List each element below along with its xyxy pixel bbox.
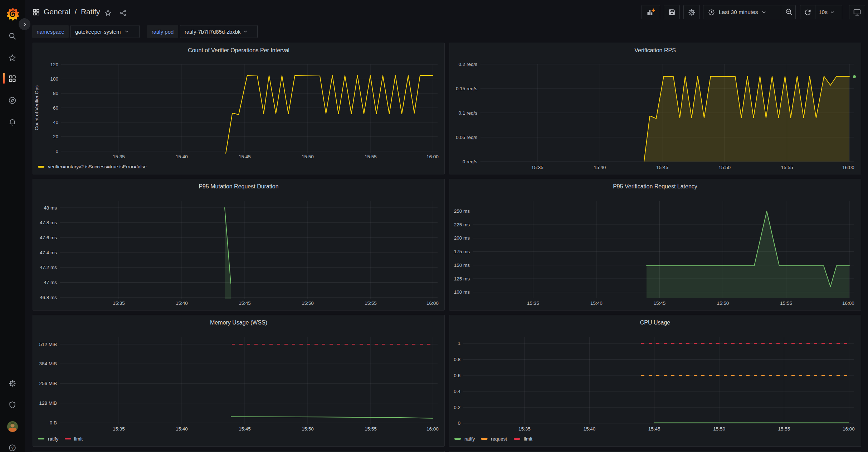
svg-text:16:00: 16:00: [426, 426, 439, 432]
svg-text:15:40: 15:40: [176, 154, 188, 159]
svg-text:15:50: 15:50: [302, 426, 314, 432]
svg-text:0: 0: [458, 420, 460, 426]
svg-text:15:50: 15:50: [718, 165, 731, 170]
svg-text:512 MiB: 512 MiB: [39, 342, 57, 347]
svg-text:15:55: 15:55: [778, 426, 790, 432]
svg-text:47.2 ms: 47.2 ms: [40, 265, 57, 270]
svg-text:15:55: 15:55: [780, 300, 792, 306]
svg-text:15:50: 15:50: [302, 154, 314, 159]
svg-text:200 ms: 200 ms: [454, 235, 470, 241]
svg-text:40: 40: [53, 120, 58, 125]
svg-text:limit: limit: [74, 436, 83, 442]
svg-text:125 ms: 125 ms: [454, 276, 470, 282]
svg-text:0.4: 0.4: [454, 389, 460, 394]
svg-text:15:50: 15:50: [717, 300, 729, 306]
svg-text:Count of Verifier Operations P: Count of Verifier Operations Per Interva…: [188, 47, 289, 53]
svg-text:47.8 ms: 47.8 ms: [40, 220, 57, 225]
svg-text:48 ms: 48 ms: [44, 205, 57, 211]
svg-text:150 ms: 150 ms: [454, 263, 470, 268]
svg-text:250 ms: 250 ms: [454, 208, 470, 214]
svg-text:256 MiB: 256 MiB: [39, 381, 57, 386]
svg-text:request: request: [491, 436, 507, 442]
svg-text:47 ms: 47 ms: [44, 280, 57, 285]
svg-text:175 ms: 175 ms: [454, 249, 470, 254]
svg-text:0 req/s: 0 req/s: [463, 159, 478, 164]
svg-text:15:35: 15:35: [527, 300, 539, 306]
svg-text:15:45: 15:45: [239, 426, 251, 432]
svg-text:0: 0: [55, 149, 58, 154]
svg-text:ratify: ratify: [48, 436, 59, 442]
svg-text:16:00: 16:00: [843, 426, 855, 432]
svg-text:15:50: 15:50: [302, 300, 314, 306]
svg-text:Count of Verifier Ops: Count of Verifier Ops: [34, 85, 39, 130]
svg-text:P95 Verification Request Laten: P95 Verification Request Latency: [613, 183, 697, 189]
svg-text:15:40: 15:40: [583, 426, 595, 432]
svg-text:100 ms: 100 ms: [454, 289, 470, 295]
svg-text:15:45: 15:45: [648, 426, 660, 432]
svg-text:47.6 ms: 47.6 ms: [40, 235, 57, 240]
svg-text:15:45: 15:45: [239, 154, 251, 159]
svg-text:15:40: 15:40: [176, 300, 188, 306]
svg-text:0.6: 0.6: [454, 373, 460, 378]
svg-text:15:35: 15:35: [113, 300, 125, 306]
svg-text:0.2: 0.2: [454, 405, 460, 410]
svg-text:16:00: 16:00: [426, 154, 439, 159]
svg-text:100: 100: [50, 76, 58, 82]
svg-text:15:35: 15:35: [518, 426, 531, 432]
svg-text:15:45: 15:45: [654, 300, 666, 306]
svg-text:384 MiB: 384 MiB: [39, 361, 57, 366]
svg-text:15:40: 15:40: [590, 300, 603, 306]
svg-text:20: 20: [53, 134, 58, 139]
svg-text:limit: limit: [524, 436, 532, 442]
svg-text:CPU Usage: CPU Usage: [640, 319, 670, 326]
svg-text:15:45: 15:45: [239, 300, 251, 306]
svg-text:0.1 req/s: 0.1 req/s: [458, 110, 477, 116]
svg-text:1: 1: [458, 341, 460, 346]
svg-text:80: 80: [53, 91, 58, 96]
svg-text:120: 120: [50, 62, 58, 67]
svg-text:16:00: 16:00: [842, 165, 854, 170]
svg-text:15:40: 15:40: [176, 426, 188, 432]
svg-text:47.4 ms: 47.4 ms: [40, 250, 57, 255]
svg-text:0.8: 0.8: [454, 357, 460, 362]
svg-text:128 MiB: 128 MiB: [39, 400, 57, 406]
svg-text:15:35: 15:35: [113, 426, 125, 432]
svg-text:15:55: 15:55: [365, 154, 377, 159]
svg-text:15:55: 15:55: [781, 165, 793, 170]
svg-text:15:40: 15:40: [594, 165, 606, 170]
svg-text:15:35: 15:35: [531, 165, 543, 170]
svg-text:46.8 ms: 46.8 ms: [40, 295, 57, 300]
svg-text:16:00: 16:00: [842, 300, 854, 306]
svg-text:Memory Usage (WSS): Memory Usage (WSS): [210, 319, 267, 326]
svg-text:15:50: 15:50: [713, 426, 725, 432]
svg-text:15:55: 15:55: [365, 300, 377, 306]
svg-text:60: 60: [53, 105, 58, 111]
svg-text:15:45: 15:45: [656, 165, 668, 170]
svg-text:P95 Mutation Request Duration: P95 Mutation Request Duration: [199, 183, 278, 189]
svg-text:ratify: ratify: [464, 436, 475, 442]
svg-text:15:35: 15:35: [113, 154, 125, 159]
svg-text:Verification RPS: Verification RPS: [634, 47, 676, 53]
svg-text:225 ms: 225 ms: [454, 222, 470, 227]
svg-text:15:55: 15:55: [365, 426, 377, 432]
svg-text:0.2 req/s: 0.2 req/s: [458, 62, 477, 67]
svg-text:16:00: 16:00: [426, 300, 439, 306]
svg-text:0 B: 0 B: [50, 420, 57, 425]
svg-text:0.05 req/s: 0.05 req/s: [456, 135, 477, 140]
svg-text:0.15 req/s: 0.15 req/s: [456, 86, 477, 91]
svg-text:verifier=notaryv2 isSuccess=tr: verifier=notaryv2 isSuccess=true isError…: [48, 164, 147, 169]
